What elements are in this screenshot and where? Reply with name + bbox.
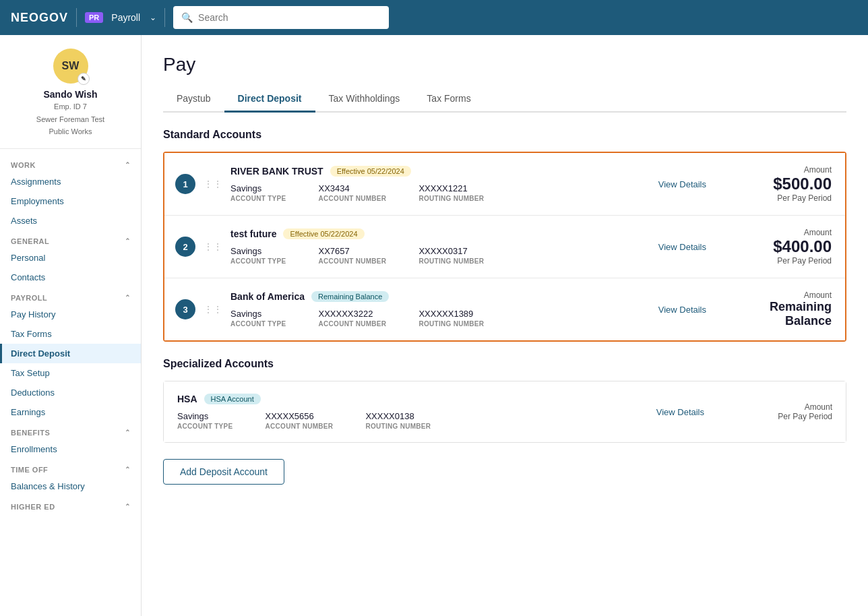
sidebar-item-tax-setup[interactable]: Tax Setup [0,363,141,383]
account-header-3: Bank of America Remaining Balance [230,291,650,302]
hsa-account-type: Savings ACCOUNT TYPE [177,411,233,430]
account-info-3: Bank of America Remaining Balance Saving… [230,291,650,328]
chevron-up-icon-payroll: ⌃ [125,294,131,301]
sidebar-section-payroll: PAYROLL⌃ [0,287,141,305]
standard-accounts-title: Standard Accounts [163,129,846,141]
account-badge-remaining-3: Remaining Balance [311,291,389,302]
sidebar-item-deductions[interactable]: Deductions [0,383,141,402]
hsa-routing-number: XXXXX0138 ROUTING NUMBER [365,411,431,430]
chevron-up-icon-timeoff: ⌃ [125,466,131,473]
amount-section-3: Amount RemainingBalance [731,290,832,328]
user-emp-id: Emp. ID 7 [54,101,87,113]
account-badge-3: 3 [175,299,195,319]
view-details-link-1[interactable]: View Details [658,179,706,189]
sidebar-item-enrollments[interactable]: Enrollments [0,439,141,459]
specialized-accounts-title: Specialized Accounts [163,358,846,370]
chevron-up-icon-highered: ⌃ [125,503,131,510]
sidebar-section-higher-ed: HIGHER ED⌃ [0,496,141,514]
view-details-link-hsa[interactable]: View Details [656,407,704,417]
chevron-up-icon-general: ⌃ [125,237,131,245]
add-deposit-account-button[interactable]: Add Deposit Account [163,459,284,485]
sidebar-item-assignments[interactable]: Assignments [0,172,141,191]
account-header-2: test future Effective 05/22/2024 [230,228,650,239]
account-name-2: test future [230,228,276,239]
account-type-1: Savings ACCOUNT TYPE [230,183,286,202]
avatar-edit-icon[interactable]: ✎ [78,73,90,85]
account-badge-effective-2: Effective 05/22/2024 [283,228,364,239]
app-badge: PR [85,12,103,23]
specialized-account-header-hsa: HSA HSA Account [177,394,646,404]
nav-divider [76,8,77,27]
drag-handle-1[interactable]: ⋮⋮ [204,179,222,189]
standard-accounts-container: 1 ⋮⋮ RIVER BANK TRUST Effective 05/22/20… [163,152,846,342]
view-details-link-3[interactable]: View Details [658,305,706,315]
tab-tax-withholdings[interactable]: Tax Withholdings [315,86,414,113]
routing-number-3: XXXXXX1389 ROUTING NUMBER [418,309,484,328]
chevron-up-icon-benefits: ⌃ [125,429,131,436]
top-navigation: NEOGOV PR Payroll ⌄ 🔍 [0,0,868,35]
tabs: Paystub Direct Deposit Tax Withholdings … [163,86,846,113]
search-input[interactable] [198,12,333,23]
drag-handle-3[interactable]: ⋮⋮ [204,304,222,315]
sidebar-item-earnings[interactable]: Earnings [0,402,141,422]
amount-section-1: Amount $500.00 Per Pay Period [731,165,832,203]
search-icon: 🔍 [181,12,193,23]
sidebar-section-time-off: TIME OFF⌃ [0,459,141,476]
account-name-1: RIVER BANK TRUST [230,166,323,177]
account-number-1: XX3434 ACCOUNT NUMBER [319,183,387,202]
tab-direct-deposit[interactable]: Direct Deposit [224,86,315,113]
drag-handle-2[interactable]: ⋮⋮ [204,241,222,252]
specialized-account-info-hsa: HSA HSA Account Savings ACCOUNT TYPE XXX… [177,394,646,430]
sidebar-section-general: GENERAL⌃ [0,230,141,248]
hsa-badge: HSA Account [204,394,261,404]
tab-paystub[interactable]: Paystub [163,86,224,113]
routing-number-2: XXXXX0317 ROUTING NUMBER [418,246,484,265]
chevron-down-icon[interactable]: ⌄ [150,13,156,22]
account-card-1: 1 ⋮⋮ RIVER BANK TRUST Effective 05/22/20… [164,153,845,216]
specialized-account-details-hsa: Savings ACCOUNT TYPE XXXXX5656 ACCOUNT N… [177,411,646,430]
account-details-1: Savings ACCOUNT TYPE XX3434 ACCOUNT NUMB… [230,183,650,202]
user-name: Sando Wish [44,89,98,100]
user-profile: SW ✎ Sando Wish Emp. ID 7 Sewer Foreman … [0,35,141,149]
chevron-up-icon: ⌃ [125,161,131,168]
avatar: SW ✎ [53,49,88,84]
account-badge-2: 2 [175,237,195,257]
search-bar[interactable]: 🔍 [173,6,389,29]
user-department: Public Works [49,126,92,137]
sidebar-item-assets[interactable]: Assets [0,211,141,230]
sidebar: SW ✎ Sando Wish Emp. ID 7 Sewer Foreman … [0,35,142,616]
account-number-2: XX7657 ACCOUNT NUMBER [319,246,387,265]
sidebar-item-balances-history[interactable]: Balances & History [0,476,141,496]
sidebar-section-benefits: BENEFITS⌃ [0,422,141,439]
main-content: Pay Paystub Direct Deposit Tax Withholdi… [142,35,868,616]
account-header-1: RIVER BANK TRUST Effective 05/22/2024 [230,166,650,177]
account-type-3: Savings ACCOUNT TYPE [230,309,286,328]
account-card-2: 2 ⋮⋮ test future Effective 05/22/2024 Sa… [164,216,845,278]
account-details-3: Savings ACCOUNT TYPE XXXXXX3222 ACCOUNT … [230,309,650,328]
sidebar-item-employments[interactable]: Employments [0,191,141,211]
user-title: Sewer Foreman Test [36,114,104,125]
specialized-account-name-hsa: HSA [177,394,197,404]
nav-divider-2 [164,8,165,27]
tab-tax-forms[interactable]: Tax Forms [413,86,484,113]
account-info-2: test future Effective 05/22/2024 Savings… [230,228,650,265]
view-details-link-2[interactable]: View Details [658,242,706,252]
amount-section-2: Amount $400.00 Per Pay Period [731,228,832,266]
account-type-2: Savings ACCOUNT TYPE [230,246,286,265]
sidebar-section-work: WORK⌃ [0,154,141,172]
app-name: Payroll [111,12,140,23]
sidebar-item-direct-deposit[interactable]: Direct Deposit [0,344,141,363]
sidebar-item-personal[interactable]: Personal [0,248,141,268]
sidebar-item-tax-forms[interactable]: Tax Forms [0,324,141,344]
account-badge-1: 1 [175,174,195,194]
hsa-account-number: XXXXX5656 ACCOUNT NUMBER [266,411,334,430]
routing-number-1: XXXXX1221 ROUTING NUMBER [418,183,484,202]
amount-remaining-value: RemainingBalance [731,300,832,328]
account-number-3: XXXXXX3222 ACCOUNT NUMBER [319,309,387,328]
hsa-amount-section: Amount Per Pay Period [731,402,832,421]
account-badge-effective-1: Effective 05/22/2024 [330,166,411,177]
account-name-3: Bank of America [230,291,305,302]
sidebar-item-contacts[interactable]: Contacts [0,268,141,287]
logo: NEOGOV [11,11,68,25]
sidebar-item-pay-history[interactable]: Pay History [0,305,141,324]
